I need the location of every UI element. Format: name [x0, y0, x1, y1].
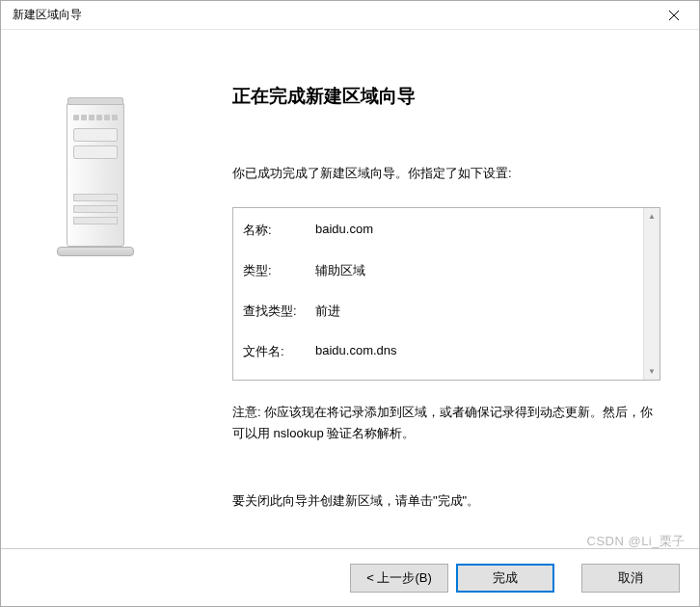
cancel-button[interactable]: 取消 — [581, 564, 680, 593]
content-area: 正在完成新建区域向导 你已成功完成了新建区域向导。你指定了如下设置: 名称: b… — [1, 30, 699, 548]
setting-label: 类型: — [243, 262, 315, 279]
close-icon — [669, 11, 679, 20]
setting-label: 名称: — [243, 222, 315, 239]
setting-value: baidu.com — [315, 222, 373, 239]
setting-row-file: 文件名: baidu.com.dns — [243, 343, 633, 360]
setting-value: 辅助区域 — [315, 262, 365, 279]
wizard-dialog: 新建区域向导 正在完成新建区域向导 你已成功完成了新建区域向导。你指定了如下设置… — [0, 0, 700, 607]
note-text: 注意: 你应该现在将记录添加到区域，或者确保记录得到动态更新。然后，你可以用 n… — [232, 402, 660, 444]
settings-summary-box: 名称: baidu.com 类型: 辅助区域 查找类型: 前进 文件名: bai… — [232, 207, 660, 381]
setting-row-lookup: 查找类型: 前进 — [243, 303, 633, 320]
setting-row-type: 类型: 辅助区域 — [243, 262, 633, 279]
side-panel — [1, 30, 194, 548]
scrollbar[interactable]: ▲ ▼ — [643, 208, 660, 380]
page-heading: 正在完成新建区域向导 — [232, 84, 660, 109]
setting-row-name: 名称: baidu.com — [243, 222, 633, 239]
titlebar: 新建区域向导 — [1, 1, 699, 30]
intro-text: 你已成功完成了新建区域向导。你指定了如下设置: — [232, 165, 660, 182]
setting-label: 文件名: — [243, 343, 315, 360]
close-button[interactable] — [655, 2, 693, 29]
settings-list: 名称: baidu.com 类型: 辅助区域 查找类型: 前进 文件名: bai… — [233, 208, 643, 380]
window-title: 新建区域向导 — [13, 7, 655, 23]
main-panel: 正在完成新建区域向导 你已成功完成了新建区域向导。你指定了如下设置: 名称: b… — [194, 30, 699, 548]
instruction-text: 要关闭此向导并创建新区域，请单击"完成"。 — [232, 492, 660, 510]
button-bar: < 上一步(B) 完成 取消 — [1, 548, 699, 606]
scroll-up-icon[interactable]: ▲ — [644, 208, 660, 224]
back-button[interactable]: < 上一步(B) — [350, 564, 448, 593]
server-icon — [52, 97, 144, 256]
setting-value: 前进 — [315, 303, 340, 320]
scroll-down-icon[interactable]: ▼ — [644, 363, 660, 380]
setting-value: baidu.com.dns — [315, 343, 397, 360]
finish-button[interactable]: 完成 — [456, 564, 554, 593]
setting-label: 查找类型: — [243, 303, 315, 320]
